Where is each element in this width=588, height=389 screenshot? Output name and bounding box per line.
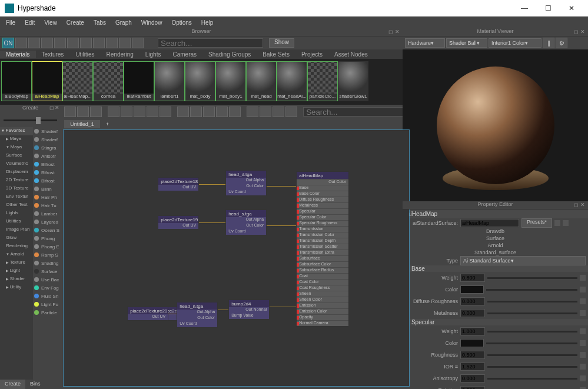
map-button[interactable] — [580, 275, 586, 281]
graph-node[interactable]: head_n.tgaOut AlphaOut ColorUv Coord — [177, 302, 218, 328]
tool-8[interactable] — [106, 38, 118, 48]
footer-bins[interactable]: Bins — [25, 380, 45, 389]
gtool-11[interactable] — [203, 107, 215, 117]
viewer-shape[interactable]: Shader Ball ▾ — [446, 38, 487, 48]
create-item[interactable]: Phong E — [33, 242, 61, 251]
tab-lights[interactable]: Lights — [139, 51, 167, 58]
category-item[interactable]: 3D Texture — [0, 185, 33, 193]
create-item[interactable]: Lamber — [33, 210, 61, 218]
map-button[interactable] — [580, 352, 586, 358]
close-icon[interactable]: ✕ — [580, 29, 586, 35]
create-item[interactable]: Blinn — [33, 185, 61, 193]
viewer-renderer[interactable]: Hardware ▾ — [405, 38, 445, 48]
category-item[interactable]: Volumetric — [0, 160, 33, 168]
category-item[interactable]: Lights — [0, 210, 33, 218]
create-item[interactable]: Shading — [33, 259, 61, 267]
category-item[interactable]: Texture — [0, 259, 33, 267]
prop-slider[interactable] — [487, 277, 577, 279]
tab-bakesets[interactable]: Bake Sets — [257, 51, 295, 58]
tool-6[interactable] — [80, 38, 92, 48]
create-item[interactable]: Bifrost — [33, 168, 61, 177]
map-button[interactable] — [580, 340, 586, 346]
tab-shadinggroups[interactable]: Shading Groups — [202, 51, 257, 58]
tab-assetnodes[interactable]: Asset Nodes — [328, 51, 374, 58]
menu-tabs[interactable]: Tabs — [90, 18, 109, 27]
viewer-env[interactable]: Interior1 Color ▾ — [489, 38, 542, 48]
create-item[interactable]: Bifrost — [33, 177, 61, 185]
tool-2[interactable] — [28, 38, 40, 48]
graph-node[interactable]: place2dTexture18Out UV — [158, 177, 199, 191]
gtool-16[interactable] — [273, 107, 284, 117]
color-swatch[interactable] — [460, 285, 484, 294]
category-item[interactable]: 2D Texture — [0, 177, 33, 185]
create-item[interactable]: Shaderf — [33, 135, 61, 144]
material-thumb[interactable]: ikatRambut — [124, 61, 154, 101]
graph-tab-add[interactable]: + — [100, 120, 112, 128]
material-thumb[interactable]: mat_body1 — [215, 61, 246, 101]
prop-slider[interactable] — [487, 301, 577, 302]
category-item[interactable]: Favorites — [0, 127, 33, 135]
category-item[interactable]: Displacem — [0, 168, 33, 177]
category-item[interactable]: Env Textur — [0, 193, 33, 201]
category-item[interactable]: Light — [0, 267, 33, 275]
create-item[interactable]: Phong — [33, 234, 61, 242]
category-item[interactable]: Utilities — [0, 218, 33, 226]
material-thumb[interactable]: aiBodyMap — [1, 61, 32, 101]
tool-10[interactable] — [132, 38, 144, 48]
material-thumb[interactable]: cornea — [93, 61, 124, 101]
tool-7[interactable] — [93, 38, 105, 48]
prop-value[interactable] — [460, 386, 485, 389]
tool-5[interactable] — [67, 38, 79, 48]
prop-name-field[interactable] — [460, 219, 519, 227]
viewer-pause[interactable]: ‖ — [543, 38, 554, 48]
tab-materials[interactable]: Materials — [0, 51, 36, 58]
tool-9[interactable] — [119, 38, 131, 48]
tool-1[interactable] — [15, 38, 27, 48]
create-item[interactable]: Hair Ph — [33, 193, 61, 201]
footer-create[interactable]: Create — [0, 380, 25, 389]
close-button[interactable]: ✕ — [560, 1, 583, 16]
create-item[interactable]: Layered — [33, 218, 61, 226]
category-item[interactable]: Glow — [0, 234, 33, 242]
prop-value[interactable] — [460, 274, 485, 282]
prop-value[interactable] — [460, 327, 485, 335]
category-item[interactable]: Rendering — [0, 242, 33, 251]
gtool-15[interactable] — [260, 107, 271, 117]
prop-value[interactable] — [460, 374, 485, 383]
gtool-5[interactable] — [121, 107, 132, 117]
prop-slider[interactable] — [487, 331, 577, 333]
map-button[interactable] — [580, 310, 586, 316]
browser-search[interactable] — [158, 38, 263, 48]
presets-button[interactable]: Presets* — [521, 218, 552, 228]
gtool-17[interactable] — [285, 107, 297, 117]
material-thumb[interactable]: shaderGlow1 — [338, 61, 368, 101]
category-item[interactable]: Other Text — [0, 201, 33, 210]
prop-slider[interactable] — [486, 289, 577, 291]
graph-node[interactable]: place2dTexture20Out UV — [127, 307, 168, 321]
prop-slider[interactable] — [486, 343, 577, 344]
section-base[interactable]: Base — [403, 265, 588, 272]
graph-tab-1[interactable]: Untitled_1 — [64, 120, 100, 128]
category-item[interactable]: Surface — [0, 152, 33, 160]
tab-utilities[interactable]: Utilities — [69, 51, 100, 58]
category-item[interactable]: Arnold — [0, 251, 33, 259]
undock-icon[interactable]: ◻ — [49, 105, 54, 111]
graph-node[interactable]: place2dTexture19Out UV — [158, 215, 199, 230]
tool-4[interactable] — [54, 38, 66, 48]
minimize-button[interactable]: — — [513, 1, 536, 16]
gtool-6[interactable] — [134, 107, 145, 117]
maximize-button[interactable]: ☐ — [536, 1, 560, 16]
material-thumb[interactable]: particleClo... — [307, 61, 338, 101]
menu-file[interactable]: File — [2, 18, 19, 27]
create-item[interactable]: Use Bac — [33, 275, 61, 284]
gtool-9[interactable] — [177, 107, 189, 117]
category-item[interactable]: Image Plan — [0, 226, 33, 234]
create-item[interactable]: Fluid Sh — [33, 292, 61, 300]
gtool-13[interactable] — [229, 107, 241, 117]
gtool-4[interactable] — [108, 107, 119, 117]
create-item[interactable]: Shaderf — [33, 127, 61, 135]
tool-3[interactable] — [41, 38, 53, 48]
graph-node[interactable]: head_s.tgaOut AlphaOut ColorUv Coord — [225, 210, 267, 235]
prop-slider[interactable] — [487, 354, 577, 356]
gtool-12[interactable] — [216, 107, 228, 117]
